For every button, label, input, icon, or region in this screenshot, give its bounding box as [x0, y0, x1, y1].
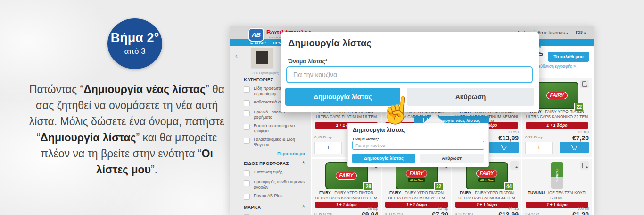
add-to-cart-button[interactable]: [489, 142, 519, 153]
checkbox[interactable]: [244, 180, 250, 186]
promo-badge: 1 + 1 δώρο: [526, 122, 588, 129]
popup-title: Δημιουργία λίστας: [353, 127, 405, 133]
chevron-down-icon: ▾: [584, 31, 586, 35]
product-title[interactable]: FAIRY - FAIRY ΥΓΡΟ ΠΙΑΤΩΝ ULTRA CAPS ΛΕΜ…: [454, 190, 520, 200]
checkbox[interactable]: [244, 110, 250, 116]
chevron-up-icon: ∧: [302, 204, 305, 208]
hand-cursor-icon: ☝: [379, 93, 414, 128]
product-pricing: 44 τεμ€13,990,32 €/ τεμ: [455, 206, 519, 215]
product-title[interactable]: FAIRY - FAIRY ΥΓΡΟ ΠΙΑΤΩΝ ULTRA CAPS ΚΑΝ…: [314, 190, 379, 200]
product-pricing: 22 τεμ€7,200,33 €/ τεμ: [525, 130, 589, 141]
popup-create-list-button[interactable]: Δημιουργία λίστας: [352, 154, 415, 163]
product-card[interactable]: + FAIRYAll in One22 FAIRY - FAIRY ΥΓΡΟ Π…: [382, 159, 451, 215]
product-card[interactable]: + tuvunu TUVUNU - ICE TEA ΤΣΑΙ ΚΟΥΤΙ 500…: [522, 159, 592, 215]
modal-title: Δημιουργία λίστας: [288, 38, 372, 49]
product-pricing: 28 τεμ€9,940,35 €/ τεμ: [314, 206, 378, 215]
step-subtitle: από 3: [107, 47, 162, 56]
create-list-popup: Δημιουργία λίστας Όνομα λίστας* Δημιουργ…: [347, 123, 489, 167]
product-pricing: 22 τεμ€7,200,33 €/ τεμ: [385, 206, 448, 215]
breadcrumb-page[interactable]: Προσφορές: [259, 71, 279, 75]
checkbox[interactable]: [244, 100, 250, 106]
cart-icon: [571, 145, 578, 150]
promo-banner-thumbnail[interactable]: [251, 48, 273, 68]
sidebar-section-offer-type[interactable]: ΕΙΔΟΣ ΠΡΟΣΦΟΡΑΣ∧: [244, 161, 306, 166]
step-title: Βήμα 2°: [107, 31, 162, 45]
modal-cancel-button[interactable]: Ακύρωση: [407, 88, 534, 106]
pencil-icon: ✎: [573, 64, 577, 69]
product-pricing: 500 ml€1,202,4 €/ λτ: [525, 206, 589, 215]
ab-logo[interactable]: ΑΒ: [248, 28, 264, 42]
modal-list-name-input[interactable]: [286, 66, 533, 83]
pack-count-badge: 28: [363, 182, 373, 191]
checkbox[interactable]: [244, 194, 250, 200]
product-card[interactable]: + FAIRY28 FAIRY - FAIRY ΥΓΡΟ ΠΙΑΤΩΝ ULTR…: [312, 159, 381, 215]
chevron-down-icon: ▾: [566, 31, 568, 35]
pack-count-badge: 44: [504, 182, 514, 191]
more-categories-link[interactable]: Περισσότερα: [244, 151, 305, 156]
my-basket-button[interactable]: Το καλάθι μου: [548, 52, 589, 62]
checkbox[interactable]: [244, 138, 250, 144]
add-to-cart-button[interactable]: [560, 142, 589, 153]
checkbox[interactable]: [244, 124, 250, 130]
offer-filter[interactable]: Προσφορές συνδυασμένων αγορών: [244, 180, 306, 190]
popup-cancel-button[interactable]: Ακύρωση: [420, 154, 484, 163]
pack-count-badge: 22: [434, 182, 444, 191]
checkbox[interactable]: [244, 86, 250, 93]
product-title[interactable]: FAIRY - FAIRY ΥΓΡΟ ΠΙΑΤΩΝ ULTRA CAPS ΛΕΜ…: [384, 190, 449, 200]
language-selector[interactable]: GR ▾: [576, 30, 586, 35]
tutorial-screenshot: Βήμα 2° από 3 Πατώντας “Δημιουργία νέας …: [0, 0, 644, 215]
offer-filter[interactable]: Πόντοι AB Plus: [244, 193, 306, 200]
popup-list-name-input[interactable]: [352, 141, 484, 150]
product-title[interactable]: TUVUNU - ICE TEA ΤΣΑΙ ΚΟΥΤΙ 500 ML: [524, 190, 590, 200]
home-icon[interactable]: ⌂: [252, 70, 255, 75]
sidebar-section-brand[interactable]: ΜΑΡΚΑ∧: [244, 205, 306, 210]
breadcrumb: ⌂ > Προσφορές: [252, 70, 279, 75]
checkbox[interactable]: [244, 170, 250, 176]
offer-filter[interactable]: Έκπτωση τιμής: [244, 170, 306, 176]
category-filter[interactable]: Γαλακτοκομικά & Είδη Ψυγείου: [244, 137, 306, 147]
breadcrumb-sep: >: [256, 71, 258, 75]
popup-caret: [423, 113, 446, 124]
carousel-left-arrow-icon[interactable]: ‹: [235, 52, 238, 60]
product-image: tuvunu: [522, 162, 592, 189]
chevron-up-icon: ∧: [302, 160, 305, 164]
banner-image: [256, 51, 268, 64]
step-badge: Βήμα 2° από 3: [107, 18, 162, 69]
registration-address-link[interactable]: Διεύθυνση εγγραφής ✎: [535, 64, 577, 69]
modal-name-label: Όνομα λίστας*: [288, 58, 327, 65]
category-filter[interactable]: Βασικά τυποποιημένα τρόφιμα: [244, 123, 306, 134]
quantity-input[interactable]: 1: [525, 142, 553, 154]
instruction-text: Πατώντας “Δημιουργία νέας λίστας” θα σας…: [27, 81, 226, 178]
quantity-input[interactable]: 1: [314, 142, 342, 154]
cart-icon: [501, 145, 507, 150]
product-card[interactable]: + FAIRYAll in One44 FAIRY - FAIRY ΥΓΡΟ Π…: [452, 159, 521, 215]
